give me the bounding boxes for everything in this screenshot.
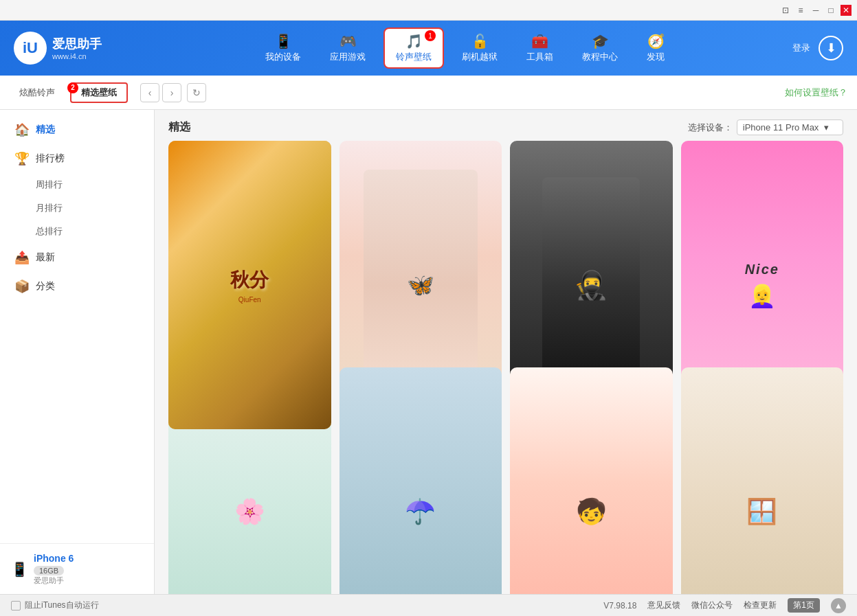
ringtones-badge: 1 — [425, 30, 436, 41]
refresh-button[interactable]: ↻ — [187, 83, 206, 102]
wallpaper-autumn: 秋分 QiuFen — [168, 141, 331, 429]
nav-tutorial[interactable]: 🎓 教程中心 — [571, 29, 629, 67]
menu-icon[interactable]: ≡ — [795, 5, 806, 16]
device-selector-value: iPhone 11 Pro Max — [743, 122, 819, 133]
wallpapers-tab-label: 精选壁纸 — [81, 87, 117, 98]
main-layout: 🏠 精选 🏆 排行榜 周排行 月排行 总排行 📤 最新 📦 分类 — [0, 110, 857, 594]
device-selector-dropdown[interactable]: iPhone 11 Pro Max ▾ — [737, 119, 843, 135]
nav-discover-label: 发现 — [647, 51, 665, 63]
minimize-icon[interactable]: ─ — [810, 5, 821, 16]
sidebar-nav: 🏠 精选 🏆 排行榜 周排行 月排行 总排行 📤 最新 📦 分类 — [0, 110, 154, 543]
back-button[interactable]: ‹ — [140, 83, 159, 102]
nav-my-device[interactable]: 📱 我的设备 — [254, 29, 312, 67]
wechat-link[interactable]: 微信公众号 — [691, 600, 733, 611]
device-icon: 📱 — [11, 561, 28, 578]
sidebar-monthly-label: 月排行 — [36, 203, 63, 213]
sidebar-item-monthly[interactable]: 月排行 — [0, 196, 154, 220]
device-selector-label: 选择设备： — [688, 122, 733, 134]
tutorial-icon: 🎓 — [592, 33, 609, 49]
sidebar-weekly-label: 周排行 — [36, 179, 63, 190]
maximize-icon[interactable]: □ — [825, 5, 836, 16]
sub-toolbar: 炫酷铃声 2 精选壁纸 ‹ › ↻ 如何设置壁纸？ — [0, 76, 857, 110]
sidebar-categories-label: 分类 — [36, 280, 55, 293]
ringtones-icon: 🎵 — [405, 33, 423, 49]
wallpaper-umbrella: ☂️ — [340, 367, 502, 594]
nav-toolbox-label: 工具箱 — [526, 51, 553, 63]
sidebar-rankings-label: 排行榜 — [36, 152, 65, 165]
logo-area: iU 爱思助手 www.i4.cn — [14, 32, 137, 65]
sidebar-item-total[interactable]: 总排行 — [0, 220, 154, 243]
sidebar: 🏠 精选 🏆 排行榜 周排行 月排行 总排行 📤 最新 📦 分类 — [0, 110, 155, 594]
ringtones-tab[interactable]: 炫酷铃声 — [10, 84, 65, 102]
nav-toolbox[interactable]: 🧰 工具箱 — [515, 29, 564, 67]
flash-jailbreak-icon: 🔓 — [471, 33, 489, 49]
itunes-checkbox[interactable] — [11, 601, 21, 611]
content-title: 精选 — [168, 120, 190, 135]
content-header: 精选 选择设备： iPhone 11 Pro Max ▾ — [155, 110, 857, 141]
check-update-link[interactable]: 检查更新 — [744, 600, 777, 611]
sidebar-item-rankings[interactable]: 🏆 排行榜 — [0, 144, 154, 173]
device-meta: 16GB 爱思助手 — [34, 564, 74, 586]
sidebar-featured-label: 精选 — [36, 124, 55, 136]
nav-ringtones-wallpapers[interactable]: 1 🎵 铃声壁纸 — [383, 27, 444, 69]
device-info: 📱 iPhone 6 16GB 爱思助手 — [11, 552, 143, 586]
sidebar-item-categories[interactable]: 📦 分类 — [0, 272, 154, 301]
wallpaper-window: 🪟 — [681, 367, 844, 594]
sidebar-bottom: 📱 iPhone 6 16GB 爱思助手 — [0, 543, 154, 594]
latest-icon: 📤 — [14, 250, 30, 265]
title-bar: ⊡ ≡ ─ □ ✕ — [0, 0, 857, 21]
device-software: 爱思助手 — [34, 575, 74, 586]
logo-text: 爱思助手 www.i4.cn — [52, 36, 102, 60]
nav-apps-games-label: 应用游戏 — [330, 51, 366, 63]
restore-icon[interactable]: ⊡ — [780, 5, 791, 16]
ringtones-tab-label: 炫酷铃声 — [19, 87, 55, 98]
sidebar-latest-label: 最新 — [36, 251, 55, 264]
status-bar: 阻止iTunes自动运行 V7.98.18 意见反馈 微信公众号 检查更新 第1… — [0, 594, 857, 616]
nav-discover[interactable]: 🧭 发现 — [636, 29, 676, 67]
wallpaper-item[interactable]: 🧒 — [510, 367, 673, 594]
nav-arrows: ‹ › — [140, 83, 181, 102]
wallpapers-badge: 2 — [67, 82, 78, 93]
login-button[interactable]: 登录 — [792, 42, 810, 54]
status-right: V7.98.18 意见反馈 微信公众号 检查更新 第1页 ▲ — [603, 598, 846, 613]
forward-button[interactable]: › — [162, 83, 181, 102]
how-to-link[interactable]: 如何设置壁纸？ — [785, 87, 847, 99]
logo-icon: iU — [14, 32, 47, 65]
sidebar-item-latest[interactable]: 📤 最新 — [0, 243, 154, 272]
toolbox-icon: 🧰 — [531, 33, 548, 49]
content-area: 精选 选择设备： iPhone 11 Pro Max ▾ 秋分 QiuFen — [155, 110, 857, 594]
discover-icon: 🧭 — [647, 33, 665, 49]
device-details: iPhone 6 16GB 爱思助手 — [34, 552, 74, 586]
main-nav: 📱 我的设备 🎮 应用游戏 1 🎵 铃声壁纸 🔓 刷机越狱 🧰 工具箱 🎓 教程… — [137, 27, 792, 69]
chevron-down-icon: ▾ — [824, 122, 829, 133]
close-icon[interactable]: ✕ — [841, 5, 852, 16]
apps-games-icon: 🎮 — [340, 33, 357, 49]
status-left: 阻止iTunes自动运行 — [11, 600, 99, 611]
brand-name: 爱思助手 — [52, 36, 102, 52]
wallpaper-item[interactable]: 秋分 QiuFen — [168, 141, 331, 429]
nav-apps-games[interactable]: 🎮 应用游戏 — [319, 29, 377, 67]
device-selector[interactable]: 选择设备： iPhone 11 Pro Max ▾ — [688, 119, 843, 135]
version-label: V7.98.18 — [603, 601, 636, 611]
itunes-label: 阻止iTunes自动运行 — [25, 600, 99, 611]
sidebar-total-label: 总排行 — [36, 226, 63, 236]
wallpaper-item[interactable]: ☂️ — [340, 367, 502, 594]
wallpaper-grid: 秋分 QiuFen 🦋 🥷 — [155, 141, 857, 594]
nav-my-device-label: 我的设备 — [265, 51, 301, 63]
rankings-icon: 🏆 — [14, 151, 30, 166]
nav-flash-jailbreak[interactable]: 🔓 刷机越狱 — [451, 29, 509, 67]
sidebar-item-weekly[interactable]: 周排行 — [0, 173, 154, 196]
feedback-link[interactable]: 意见反馈 — [647, 600, 680, 611]
page-badge: 第1页 — [788, 598, 820, 613]
device-name: iPhone 6 — [34, 553, 74, 564]
wallpaper-chibi: 🧒 — [510, 367, 673, 594]
wallpaper-item[interactable]: 🪟 — [681, 367, 844, 594]
download-button[interactable]: ⬇ — [819, 36, 843, 60]
sidebar-item-featured[interactable]: 🏠 精选 — [0, 115, 154, 144]
device-storage: 16GB — [34, 566, 64, 575]
scroll-top-button[interactable]: ▲ — [831, 598, 846, 613]
categories-icon: 📦 — [14, 279, 30, 294]
my-device-icon: 📱 — [275, 33, 292, 49]
wallpapers-tab[interactable]: 2 精选壁纸 — [70, 82, 128, 103]
nav-tutorial-label: 教程中心 — [582, 51, 618, 63]
